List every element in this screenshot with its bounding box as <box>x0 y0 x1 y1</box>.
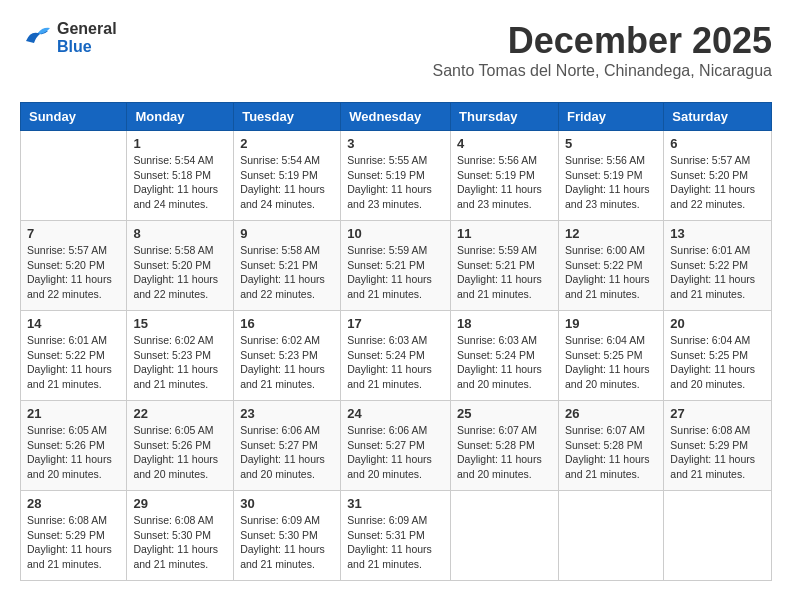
day-number: 20 <box>670 316 765 331</box>
day-info: Sunrise: 6:01 AM Sunset: 5:22 PM Dayligh… <box>670 243 765 302</box>
day-number: 29 <box>133 496 227 511</box>
calendar-day-cell: 29Sunrise: 6:08 AM Sunset: 5:30 PM Dayli… <box>127 491 234 581</box>
header-day-sunday: Sunday <box>21 103 127 131</box>
header-day-saturday: Saturday <box>664 103 772 131</box>
calendar-day-cell: 4Sunrise: 5:56 AM Sunset: 5:19 PM Daylig… <box>451 131 559 221</box>
day-info: Sunrise: 5:56 AM Sunset: 5:19 PM Dayligh… <box>457 153 552 212</box>
calendar-header-row: SundayMondayTuesdayWednesdayThursdayFrid… <box>21 103 772 131</box>
title-section: December 2025 Santo Tomas del Norte, Chi… <box>433 20 772 90</box>
calendar-day-cell: 2Sunrise: 5:54 AM Sunset: 5:19 PM Daylig… <box>234 131 341 221</box>
day-number: 27 <box>670 406 765 421</box>
logo: General Blue <box>20 20 117 55</box>
day-info: Sunrise: 6:09 AM Sunset: 5:30 PM Dayligh… <box>240 513 334 572</box>
day-number: 4 <box>457 136 552 151</box>
calendar-day-cell: 15Sunrise: 6:02 AM Sunset: 5:23 PM Dayli… <box>127 311 234 401</box>
day-number: 8 <box>133 226 227 241</box>
day-number: 14 <box>27 316 120 331</box>
day-info: Sunrise: 6:00 AM Sunset: 5:22 PM Dayligh… <box>565 243 657 302</box>
header-day-monday: Monday <box>127 103 234 131</box>
day-number: 23 <box>240 406 334 421</box>
calendar-day-cell: 26Sunrise: 6:07 AM Sunset: 5:28 PM Dayli… <box>558 401 663 491</box>
day-number: 11 <box>457 226 552 241</box>
day-number: 22 <box>133 406 227 421</box>
day-number: 24 <box>347 406 444 421</box>
day-info: Sunrise: 6:05 AM Sunset: 5:26 PM Dayligh… <box>27 423 120 482</box>
day-info: Sunrise: 6:09 AM Sunset: 5:31 PM Dayligh… <box>347 513 444 572</box>
calendar-day-cell: 11Sunrise: 5:59 AM Sunset: 5:21 PM Dayli… <box>451 221 559 311</box>
header-day-wednesday: Wednesday <box>341 103 451 131</box>
day-number: 18 <box>457 316 552 331</box>
calendar-day-cell: 1Sunrise: 5:54 AM Sunset: 5:18 PM Daylig… <box>127 131 234 221</box>
calendar-day-cell: 22Sunrise: 6:05 AM Sunset: 5:26 PM Dayli… <box>127 401 234 491</box>
calendar-day-cell: 12Sunrise: 6:00 AM Sunset: 5:22 PM Dayli… <box>558 221 663 311</box>
logo-text: General Blue <box>57 20 117 55</box>
day-info: Sunrise: 5:58 AM Sunset: 5:20 PM Dayligh… <box>133 243 227 302</box>
day-info: Sunrise: 6:08 AM Sunset: 5:30 PM Dayligh… <box>133 513 227 572</box>
calendar-day-cell: 20Sunrise: 6:04 AM Sunset: 5:25 PM Dayli… <box>664 311 772 401</box>
day-info: Sunrise: 6:02 AM Sunset: 5:23 PM Dayligh… <box>240 333 334 392</box>
day-number: 2 <box>240 136 334 151</box>
day-number: 19 <box>565 316 657 331</box>
day-info: Sunrise: 5:59 AM Sunset: 5:21 PM Dayligh… <box>457 243 552 302</box>
day-number: 17 <box>347 316 444 331</box>
page-header: General Blue December 2025 Santo Tomas d… <box>20 20 772 94</box>
calendar-day-cell: 25Sunrise: 6:07 AM Sunset: 5:28 PM Dayli… <box>451 401 559 491</box>
calendar-day-cell: 10Sunrise: 5:59 AM Sunset: 5:21 PM Dayli… <box>341 221 451 311</box>
location-subtitle: Santo Tomas del Norte, Chinandega, Nicar… <box>433 62 772 80</box>
calendar-table: SundayMondayTuesdayWednesdayThursdayFrid… <box>20 102 772 581</box>
calendar-day-cell: 13Sunrise: 6:01 AM Sunset: 5:22 PM Dayli… <box>664 221 772 311</box>
day-number: 26 <box>565 406 657 421</box>
day-info: Sunrise: 6:01 AM Sunset: 5:22 PM Dayligh… <box>27 333 120 392</box>
calendar-day-cell: 17Sunrise: 6:03 AM Sunset: 5:24 PM Dayli… <box>341 311 451 401</box>
day-info: Sunrise: 5:55 AM Sunset: 5:19 PM Dayligh… <box>347 153 444 212</box>
day-info: Sunrise: 6:05 AM Sunset: 5:26 PM Dayligh… <box>133 423 227 482</box>
calendar-day-cell: 27Sunrise: 6:08 AM Sunset: 5:29 PM Dayli… <box>664 401 772 491</box>
day-number: 25 <box>457 406 552 421</box>
header-day-tuesday: Tuesday <box>234 103 341 131</box>
day-number: 9 <box>240 226 334 241</box>
calendar-week-row: 7Sunrise: 5:57 AM Sunset: 5:20 PM Daylig… <box>21 221 772 311</box>
calendar-day-cell <box>664 491 772 581</box>
day-number: 12 <box>565 226 657 241</box>
calendar-day-cell: 19Sunrise: 6:04 AM Sunset: 5:25 PM Dayli… <box>558 311 663 401</box>
bird-icon <box>20 23 52 53</box>
day-number: 7 <box>27 226 120 241</box>
calendar-day-cell: 18Sunrise: 6:03 AM Sunset: 5:24 PM Dayli… <box>451 311 559 401</box>
day-number: 10 <box>347 226 444 241</box>
calendar-day-cell: 31Sunrise: 6:09 AM Sunset: 5:31 PM Dayli… <box>341 491 451 581</box>
calendar-week-row: 1Sunrise: 5:54 AM Sunset: 5:18 PM Daylig… <box>21 131 772 221</box>
calendar-day-cell: 16Sunrise: 6:02 AM Sunset: 5:23 PM Dayli… <box>234 311 341 401</box>
calendar-day-cell: 6Sunrise: 5:57 AM Sunset: 5:20 PM Daylig… <box>664 131 772 221</box>
calendar-day-cell: 9Sunrise: 5:58 AM Sunset: 5:21 PM Daylig… <box>234 221 341 311</box>
day-info: Sunrise: 5:58 AM Sunset: 5:21 PM Dayligh… <box>240 243 334 302</box>
calendar-day-cell: 14Sunrise: 6:01 AM Sunset: 5:22 PM Dayli… <box>21 311 127 401</box>
calendar-week-row: 14Sunrise: 6:01 AM Sunset: 5:22 PM Dayli… <box>21 311 772 401</box>
calendar-day-cell <box>451 491 559 581</box>
day-number: 16 <box>240 316 334 331</box>
calendar-day-cell: 28Sunrise: 6:08 AM Sunset: 5:29 PM Dayli… <box>21 491 127 581</box>
day-number: 3 <box>347 136 444 151</box>
day-number: 6 <box>670 136 765 151</box>
header-day-friday: Friday <box>558 103 663 131</box>
calendar-week-row: 28Sunrise: 6:08 AM Sunset: 5:29 PM Dayli… <box>21 491 772 581</box>
day-number: 21 <box>27 406 120 421</box>
header-day-thursday: Thursday <box>451 103 559 131</box>
calendar-day-cell: 23Sunrise: 6:06 AM Sunset: 5:27 PM Dayli… <box>234 401 341 491</box>
day-number: 13 <box>670 226 765 241</box>
day-info: Sunrise: 6:06 AM Sunset: 5:27 PM Dayligh… <box>347 423 444 482</box>
day-number: 1 <box>133 136 227 151</box>
day-info: Sunrise: 5:54 AM Sunset: 5:18 PM Dayligh… <box>133 153 227 212</box>
day-number: 28 <box>27 496 120 511</box>
day-info: Sunrise: 6:04 AM Sunset: 5:25 PM Dayligh… <box>670 333 765 392</box>
calendar-day-cell: 24Sunrise: 6:06 AM Sunset: 5:27 PM Dayli… <box>341 401 451 491</box>
calendar-day-cell: 21Sunrise: 6:05 AM Sunset: 5:26 PM Dayli… <box>21 401 127 491</box>
day-info: Sunrise: 6:03 AM Sunset: 5:24 PM Dayligh… <box>347 333 444 392</box>
day-info: Sunrise: 6:06 AM Sunset: 5:27 PM Dayligh… <box>240 423 334 482</box>
day-info: Sunrise: 6:03 AM Sunset: 5:24 PM Dayligh… <box>457 333 552 392</box>
day-info: Sunrise: 6:07 AM Sunset: 5:28 PM Dayligh… <box>457 423 552 482</box>
day-number: 15 <box>133 316 227 331</box>
day-info: Sunrise: 6:04 AM Sunset: 5:25 PM Dayligh… <box>565 333 657 392</box>
day-info: Sunrise: 5:57 AM Sunset: 5:20 PM Dayligh… <box>27 243 120 302</box>
calendar-day-cell <box>21 131 127 221</box>
calendar-week-row: 21Sunrise: 6:05 AM Sunset: 5:26 PM Dayli… <box>21 401 772 491</box>
